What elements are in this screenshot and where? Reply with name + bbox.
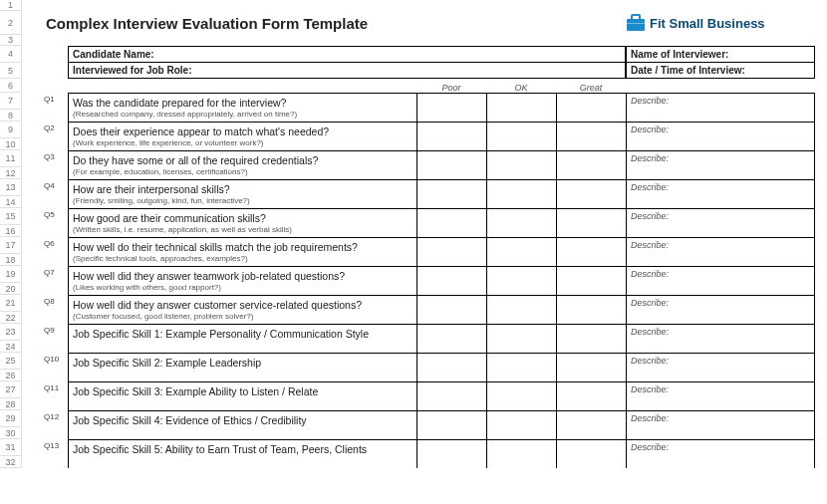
rating-cell-great[interactable] [556,370,626,381]
rating-cell-poor[interactable] [416,381,486,398]
rating-cell-ok[interactable] [486,138,556,150]
rating-cell-poor[interactable] [416,93,486,110]
candidate-name-field[interactable]: Candidate Name: [68,46,626,63]
describe-cell[interactable] [626,456,815,468]
rating-cell-ok[interactable] [486,208,556,225]
describe-cell[interactable] [626,427,815,439]
describe-cell[interactable]: Describe: [626,208,815,225]
rating-cell-ok[interactable] [486,295,556,312]
rating-cell-great[interactable] [556,353,626,370]
row-header[interactable]: 16 [0,225,22,237]
rating-cell-ok[interactable] [486,427,556,439]
rating-cell-poor[interactable] [416,410,486,427]
row-header[interactable]: 17 [0,237,22,254]
describe-cell[interactable] [626,196,815,208]
row-header[interactable]: 10 [0,138,22,150]
describe-cell[interactable]: Describe: [626,122,815,138]
rating-cell-ok[interactable] [486,398,556,410]
rating-cell-ok[interactable] [486,110,556,122]
rating-cell-ok[interactable] [486,370,556,381]
row-header[interactable]: 1 [0,0,22,11]
rating-cell-great[interactable] [556,439,626,456]
describe-cell[interactable] [626,312,815,324]
datetime-field[interactable]: Date / Time of Interview: [626,63,815,79]
rating-cell-poor[interactable] [416,295,486,312]
row-header[interactable]: 6 [0,79,22,93]
rating-cell-ok[interactable] [486,353,556,370]
rating-cell-great[interactable] [556,93,626,110]
describe-cell[interactable] [626,110,815,122]
describe-cell[interactable] [626,138,815,150]
rating-cell-poor[interactable] [416,353,486,370]
rating-cell-ok[interactable] [486,266,556,283]
describe-cell[interactable]: Describe: [626,179,815,196]
row-header[interactable]: 8 [0,110,22,122]
rating-cell-great[interactable] [556,381,626,398]
rating-cell-great[interactable] [556,312,626,324]
describe-cell[interactable] [626,341,815,353]
rating-cell-ok[interactable] [486,93,556,110]
row-header[interactable]: 4 [0,46,22,63]
rating-cell-great[interactable] [556,324,626,341]
row-header[interactable]: 32 [0,456,22,468]
describe-cell[interactable]: Describe: [626,266,815,283]
rating-cell-ok[interactable] [486,179,556,196]
rating-cell-great[interactable] [556,122,626,138]
rating-cell-ok[interactable] [486,167,556,179]
row-header[interactable]: 7 [0,93,22,110]
row-header[interactable]: 12 [0,167,22,179]
rating-cell-great[interactable] [556,208,626,225]
row-header[interactable]: 14 [0,196,22,208]
rating-cell-ok[interactable] [486,283,556,295]
rating-cell-great[interactable] [556,295,626,312]
rating-cell-poor[interactable] [416,427,486,439]
rating-cell-ok[interactable] [486,410,556,427]
rating-cell-poor[interactable] [416,110,486,122]
rating-cell-great[interactable] [556,179,626,196]
rating-cell-great[interactable] [556,150,626,167]
describe-cell[interactable]: Describe: [626,381,815,398]
rating-cell-poor[interactable] [416,225,486,237]
rating-cell-poor[interactable] [416,196,486,208]
row-header[interactable]: 19 [0,266,22,283]
rating-cell-great[interactable] [556,110,626,122]
rating-cell-poor[interactable] [416,122,486,138]
rating-cell-ok[interactable] [486,324,556,341]
rating-cell-ok[interactable] [486,381,556,398]
rating-cell-great[interactable] [556,410,626,427]
rating-cell-great[interactable] [556,225,626,237]
row-header[interactable]: 20 [0,283,22,295]
rating-cell-great[interactable] [556,341,626,353]
rating-cell-poor[interactable] [416,341,486,353]
rating-cell-poor[interactable] [416,208,486,225]
rating-cell-poor[interactable] [416,150,486,167]
rating-cell-great[interactable] [556,196,626,208]
row-header[interactable]: 18 [0,254,22,266]
rating-cell-ok[interactable] [486,254,556,266]
row-header[interactable]: 5 [0,63,22,79]
rating-cell-poor[interactable] [416,398,486,410]
describe-cell[interactable] [626,225,815,237]
describe-cell[interactable] [626,254,815,266]
describe-cell[interactable]: Describe: [626,150,815,167]
row-header[interactable]: 2 [0,11,22,35]
rating-cell-poor[interactable] [416,138,486,150]
row-header[interactable]: 13 [0,179,22,196]
rating-cell-poor[interactable] [416,324,486,341]
interviewer-field[interactable]: Name of Interviewer: [626,46,815,63]
rating-cell-poor[interactable] [416,312,486,324]
rating-cell-ok[interactable] [486,312,556,324]
row-header[interactable]: 23 [0,324,22,341]
rating-cell-great[interactable] [556,456,626,468]
rating-cell-poor[interactable] [416,456,486,468]
rating-cell-poor[interactable] [416,179,486,196]
rating-cell-great[interactable] [556,167,626,179]
rating-cell-ok[interactable] [486,150,556,167]
rating-cell-poor[interactable] [416,167,486,179]
row-header[interactable]: 27 [0,381,22,398]
describe-cell[interactable]: Describe: [626,237,815,254]
row-header[interactable]: 9 [0,122,22,138]
rating-cell-ok[interactable] [486,341,556,353]
describe-cell[interactable]: Describe: [626,439,815,456]
rating-cell-great[interactable] [556,254,626,266]
